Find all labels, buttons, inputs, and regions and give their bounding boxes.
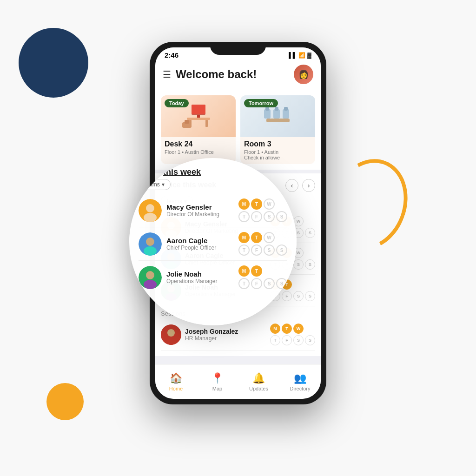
joseph-day-T2: T [270,335,280,345]
updates-icon: 🔔 [252,372,265,384]
zoom-aaron-img [139,232,162,256]
nav-item-updates[interactable]: 🔔 Updates [238,364,279,399]
zoom-macy-W: W [264,198,275,210]
map-label: Map [212,386,222,391]
person-row-joseph[interactable]: Joseph Gonzalez HR Manager M T W T F S [161,319,315,350]
joseph-name: Joseph Gonzalez [185,328,266,335]
zoom-jolie-M: M [238,265,250,277]
zoom-jolie-row2: T F S S [238,278,287,289]
joseph-day-S2: S [305,335,315,345]
today-badge: Today [165,99,189,107]
zoom-dropdown-icon: ▾ [162,181,165,188]
svg-rect-9 [265,107,269,111]
zoom-avatar-macy [139,199,162,222]
nav-item-map[interactable]: 📍 Map [197,364,238,399]
zoom-macy-badges: M T W T F S S [238,198,287,222]
zoom-overlay: office this week teams ▾ Macy Gensler Di… [129,158,297,325]
booking-card-today[interactable]: Today [161,95,236,164]
zoom-jolie-name: Jolie Noah [166,270,234,278]
macy-day-S2: S [305,228,315,238]
nav-right-arrow[interactable]: › [302,179,315,192]
zoom-macy-S2: S [276,211,287,222]
zoom-person-aaron[interactable]: Aaron Cagle Chief People Officer M T W T… [139,227,287,261]
joseph-day-W: W [293,324,304,334]
svg-point-26 [165,337,177,345]
zoom-aaron-info: Aaron Cagle Chief People Officer [166,237,234,251]
booking-desk-sub: Floor 1 • Austin Office [165,149,232,155]
home-label: Home [169,386,183,391]
zoom-macy-T: T [251,198,262,210]
jolie-day-S1: S [293,291,304,301]
svg-point-31 [146,238,154,246]
svg-rect-7 [185,120,189,124]
nav-item-directory[interactable]: 👥 Directory [279,364,321,399]
zoom-macy-info: Macy Gensler Director Of Marketing [166,203,234,218]
zoom-jolie-img [139,266,162,289]
svg-point-34 [146,271,154,279]
zoom-jolie-F: F [251,278,262,289]
booking-card-img-today: Today [161,95,236,137]
zoom-aaron-badges: M T W T F S S [238,232,287,256]
tomorrow-badge: Tomorrow [244,99,278,107]
joseph-day-F: F [282,335,292,345]
updates-label: Updates [249,386,268,391]
orange-arc-decoration [318,148,420,261]
bottom-nav: 🏠 Home 📍 Map 🔔 Updates 👥 Directory [155,364,321,399]
zoom-jolie-T2: T [238,278,250,289]
zoom-macy-F: F [251,211,262,222]
status-icons: ▌▌ 📶 ▓ [289,52,311,59]
status-time: 2:46 [165,51,178,59]
wifi-icon: 📶 [298,52,305,59]
nav-arrows: ‹ › [285,179,315,192]
booking-room-title: Room 3 [244,140,311,148]
zoom-aaron-title: Chief People Officer [166,245,234,251]
svg-rect-1 [192,105,205,114]
battery-icon: ▓ [307,52,311,59]
phone-notch [210,42,266,55]
svg-rect-11 [275,107,278,111]
zoom-aaron-row2: T F S S [238,245,287,256]
avatar[interactable]: 👩 [294,65,313,84]
svg-rect-13 [284,107,288,111]
booking-card-tomorrow[interactable]: Tomorrow [240,95,315,164]
header-left: ☰ Welcome back! [163,68,257,81]
orange-circle-decoration [46,383,84,420]
booking-room-sub: Floor 1 • Austin Check in allowe [244,149,311,160]
joseph-title: HR Manager [185,335,266,342]
joseph-day-S1: S [293,335,304,345]
zoom-aaron-M: M [238,232,250,243]
zoom-macy-row2: T F S S [238,211,287,222]
svg-rect-2 [197,115,200,118]
signal-icon: ▌▌ [289,52,297,59]
svg-rect-14 [266,119,290,122]
joseph-day-M: M [270,324,280,334]
nav-item-home[interactable]: 🏠 Home [155,364,197,399]
zoom-person-jolie[interactable]: Jolie Noah Operations Manager M T T F S … [139,261,287,294]
zoom-jolie-T: T [251,265,262,277]
booking-card-body-tomorrow: Room 3 Floor 1 • Austin Check in allowe [240,137,315,160]
joseph-day-badges: M T W T F S S [270,324,315,345]
zoom-macy-row1: M T W [238,198,287,210]
zoom-aaron-T: T [251,232,262,243]
booking-card-img-tomorrow: Tomorrow [240,95,315,137]
zoom-jolie-badges: M T T F S S [238,265,287,289]
zoom-aaron-name: Aaron Cagle [166,237,234,245]
aaron-day-S1: S [293,259,304,270]
zoom-person-macy[interactable]: Macy Gensler Director Of Marketing M T W… [139,194,287,227]
svg-rect-5 [205,120,208,127]
zoom-jolie-row1: M T [238,265,287,277]
app-header: ☰ Welcome back! 👩 [155,61,321,90]
nav-left-arrow[interactable]: ‹ [285,179,298,192]
zoom-macy-name: Macy Gensler [166,203,234,211]
zoom-avatar-aaron [139,232,162,256]
zoom-macy-S1: S [264,211,275,222]
zoom-avatar-jolie [139,266,162,289]
directory-icon: 👥 [294,372,306,384]
jolie-day-F: F [282,291,292,301]
navy-circle-decoration [19,28,88,98]
zoom-aaron-W: W [264,232,275,243]
joseph-avatar-img [161,324,181,345]
map-icon: 📍 [211,372,224,384]
header-title: Welcome back! [176,68,257,81]
menu-icon[interactable]: ☰ [163,69,171,80]
